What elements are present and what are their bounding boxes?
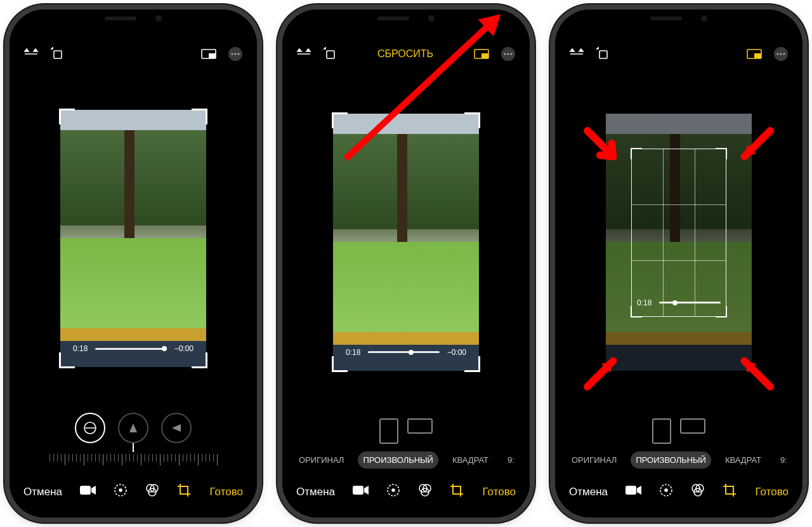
annotation-arrow-br [730,346,774,393]
aspect-original[interactable]: ОРИГИНАЛ [294,451,349,469]
rotate-icon[interactable] [323,47,337,61]
inner-crop-rect[interactable]: 0:18 [631,149,726,317]
angle-ruler[interactable] [29,447,238,472]
time-current: 0:18 [73,344,88,353]
svg-rect-31 [599,51,607,58]
svg-point-12 [119,489,122,491]
flip-icon[interactable] [569,48,584,60]
cancel-button[interactable]: Отмена [23,486,62,498]
notch [352,10,460,27]
straighten-icon[interactable] [75,413,105,443]
adjust-icon[interactable] [658,483,674,501]
svg-rect-24 [353,486,363,495]
annotation-arrow-tl [584,127,628,174]
done-button[interactable]: Готово [756,486,789,498]
notch [625,10,733,27]
aspect-original[interactable]: ОРИГИНАЛ [566,451,622,469]
aspect-ratio-icon[interactable] [747,48,762,60]
crop-handle-br[interactable] [716,306,727,317]
video-preview [60,110,206,367]
flip-icon[interactable] [296,48,311,60]
crop-handle-br[interactable] [464,356,480,372]
svg-point-22 [507,53,509,55]
more-icon[interactable] [228,46,243,62]
done-button[interactable]: Готово [483,486,516,498]
aspect-more[interactable]: 9: [775,451,792,469]
crop-handle-bl[interactable] [59,352,75,368]
rotate-icon[interactable] [596,47,610,61]
orientation-portrait[interactable] [652,418,671,444]
svg-point-5 [231,53,233,55]
aspect-square[interactable]: КВАДРАТ [447,451,494,469]
more-icon[interactable] [773,46,789,62]
svg-point-23 [510,53,512,55]
svg-point-26 [392,489,395,491]
adjust-icon[interactable] [113,483,128,501]
iphone-mockup-3: 0:18 ОРИГИНАЛ [555,10,802,517]
cancel-button[interactable]: Отмена [569,486,608,498]
video-timeline[interactable]: 0:18 [632,298,726,307]
svg-point-37 [783,53,785,55]
svg-point-7 [237,53,239,55]
aspect-ratio-icon[interactable] [474,48,489,60]
crop-handle-tl[interactable] [631,148,642,159]
svg-rect-38 [625,486,636,495]
aspect-ratio-icon[interactable] [201,48,216,60]
cancel-button[interactable]: Отмена [296,486,335,498]
crop-handle-tr[interactable] [464,112,480,128]
crop-icon[interactable] [449,483,464,501]
video-timeline[interactable]: 0:18 −0:00 [60,344,206,353]
aspect-freeform[interactable]: ПРОИЗВОЛЬНЫЙ [631,451,711,469]
svg-rect-17 [327,51,334,58]
orientation-portrait[interactable] [379,418,398,444]
time-remaining: −0:00 [447,348,466,357]
filters-icon[interactable] [145,483,160,501]
filters-icon[interactable] [690,483,705,501]
svg-rect-3 [209,53,216,58]
orientation-landscape[interactable] [407,418,433,434]
notch [79,10,187,27]
iphone-mockup-2: СБРОСИТЬ 0:18 −0:00 [282,10,530,517]
crop-icon[interactable] [176,483,192,501]
crop-handle-tl[interactable] [332,112,348,128]
svg-rect-1 [54,51,62,58]
video-icon[interactable] [80,484,96,499]
svg-point-35 [776,53,778,55]
crop-handle-tl[interactable] [59,109,75,124]
video-icon[interactable] [625,484,642,499]
crop-icon[interactable] [722,483,737,501]
flip-icon[interactable] [23,48,39,60]
svg-rect-33 [754,53,761,58]
time-remaining: −0:00 [174,344,193,353]
svg-rect-10 [80,486,91,495]
adjust-icon[interactable] [386,483,401,501]
crop-handle-bl[interactable] [631,306,642,317]
svg-point-36 [780,53,782,55]
aspect-square[interactable]: КВАДРАТ [720,451,766,469]
time-current: 0:18 [637,298,652,307]
video-icon[interactable] [353,484,369,499]
aspect-freeform[interactable]: ПРОИЗВОЛЬНЫЙ [358,451,438,469]
orientation-landscape[interactable] [680,418,705,434]
time-current: 0:18 [346,348,360,357]
aspect-more[interactable]: 9: [502,451,520,469]
crop-handle-br[interactable] [192,352,207,368]
iphone-mockup-1: 0:18 −0:00 [10,10,257,517]
svg-point-40 [665,489,667,491]
crop-handle-bl[interactable] [332,356,348,372]
crop-handle-tr[interactable] [716,148,727,159]
filters-icon[interactable] [417,483,433,501]
more-icon[interactable] [501,46,516,62]
video-timeline[interactable]: 0:18 −0:00 [333,348,479,357]
done-button[interactable]: Готово [210,486,244,498]
vertical-perspective-icon[interactable] [118,413,148,443]
annotation-arrow-tr [730,127,774,174]
svg-rect-19 [481,53,488,58]
svg-point-6 [234,53,236,55]
annotation-arrow-bl [584,346,628,393]
crop-frame[interactable]: 0:18 −0:00 [60,110,206,367]
crop-handle-tr[interactable] [192,109,207,124]
svg-point-21 [504,53,506,55]
rotate-icon[interactable] [50,47,64,61]
horizontal-perspective-icon[interactable] [161,413,192,443]
